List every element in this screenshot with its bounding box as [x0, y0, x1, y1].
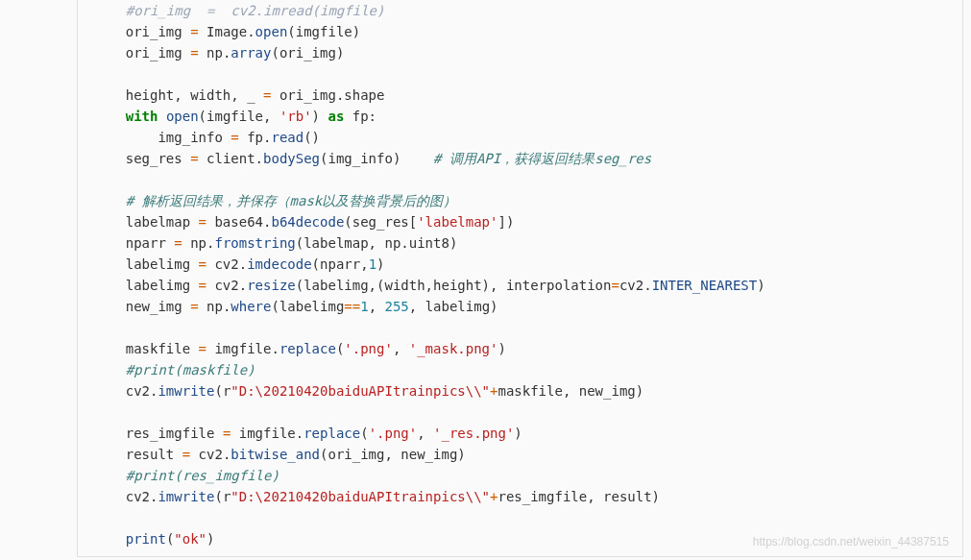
code-line: labelimg = cv2.imdecode(nparr,1) [93, 254, 947, 275]
code-line: cv2.imwrite(r"D:\20210420baiduAPItrainpi… [93, 380, 947, 402]
blank-line [93, 507, 947, 528]
code-line: result = cv2.bitwise_and(ori_img, new_im… [93, 444, 947, 465]
code-line: print("ok") [93, 528, 947, 549]
code-line: # 解析返回结果，并保存（mask以及替换背景后的图） [93, 190, 947, 211]
code-line: height, width, _ = ori_img.shape [93, 85, 947, 106]
code-line: seg_res = client.bodySeg(img_info) # 调用A… [93, 148, 947, 169]
code-line: cv2.imwrite(r"D:\20210420baiduAPItrainpi… [93, 486, 947, 507]
code-line: #print(res_imgfile) [93, 465, 947, 486]
code-line: nparr = np.fromstring(labelmap, np.uint8… [93, 232, 947, 254]
code-line: img_info = fp.read() [93, 127, 947, 148]
code-line: with open(imgfile, 'rb') as fp: [93, 106, 947, 127]
code-pre: #ori_img = cv2.imread(imgfile) ori_img =… [93, 0, 947, 549]
code-line: maskfile = imgfile.replace('.png', '_mas… [93, 338, 947, 359]
blank-line [93, 402, 947, 423]
code-line: ori_img = Image.open(imgfile) [93, 21, 947, 42]
code-line: labelimg = cv2.resize(labelimg,(width,he… [93, 275, 947, 296]
blank-line [93, 317, 947, 338]
code-line: ori_img = np.array(ori_img) [93, 42, 947, 63]
code-block: #ori_img = cv2.imread(imgfile) ori_img =… [77, 0, 963, 557]
code-line: res_imgfile = imgfile.replace('.png', '_… [93, 423, 947, 444]
blank-line [93, 63, 947, 85]
code-line: #print(maskfile) [93, 359, 947, 380]
code-line: labelmap = base64.b64decode(seg_res['lab… [93, 211, 947, 232]
page-container: #ori_img = cv2.imread(imgfile) ori_img =… [0, 0, 971, 560]
blank-line [93, 169, 947, 190]
code-line: new_img = np.where(labelimg==1, 255, lab… [93, 296, 947, 317]
code-line: #ori_img = cv2.imread(imgfile) [93, 0, 947, 21]
